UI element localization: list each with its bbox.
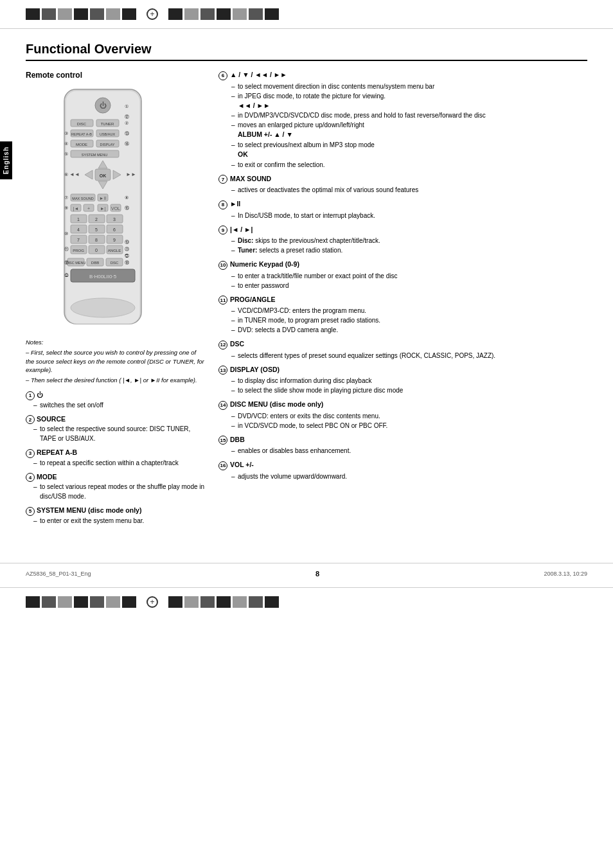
item-title-6: ▲ / ▼ / ◄◄ / ►►	[230, 71, 287, 78]
item-14-p2: in VCD/SVCD mode, to select PBC ON or PB…	[231, 421, 587, 430]
item-11-p1: VCD/CD/MP3-CD: enters the program menu.	[231, 306, 587, 315]
func-desc-1-p1: switches the set on/off	[33, 400, 206, 410]
svg-text:3: 3	[113, 217, 116, 222]
circle-num-6: 6	[218, 71, 227, 80]
top-decorative-bar	[0, 0, 613, 29]
item-6-p3: in DVD/MP3/VCD/SVCD/CD disc mode, press …	[231, 111, 587, 120]
bar-block-7	[122, 8, 136, 20]
func-title-4: MODE	[37, 473, 57, 481]
svg-text:㉒: ㉒	[64, 273, 69, 278]
item-body-9: Disc: skips to the previous/next chapter…	[231, 236, 587, 255]
crosshair-icon	[147, 8, 158, 20]
item-6-p6: to exit or confirm the selection.	[231, 160, 587, 170]
bot-bar-block-5	[90, 596, 104, 608]
remote-control-image: ⏻ ① DISC TUNER ② ⑫ REPEAT A-B	[26, 86, 206, 332]
item-6-p1: to select movement direction in disc con…	[231, 82, 587, 91]
func-number-3: 3	[26, 449, 35, 458]
circle-num-9: 9	[218, 226, 227, 235]
item-8-p1: In Disc/USB mode, to start or interrupt …	[231, 211, 587, 220]
footer-left: AZ5836_58_P01-31_Eng	[26, 571, 91, 577]
item-body-16: adjusts the volume upward/downward.	[231, 472, 587, 481]
bot-bar-block-14	[265, 596, 279, 608]
circle-num-8: 8	[218, 200, 227, 209]
svg-text:►|: ►|	[100, 206, 106, 211]
item-title-16: VOL +/-	[230, 461, 254, 468]
func-title-5: SYSTEM MENU (disc mode only)	[37, 506, 141, 514]
item-title-15: DBB	[230, 436, 245, 443]
svg-text:+: +	[87, 206, 90, 211]
content-area: Remote control ⏻ ①	[26, 71, 587, 531]
svg-text:DISC: DISC	[77, 122, 87, 126]
item-header-11: 11 PROG/ANGLE	[218, 296, 587, 305]
note-item-2: – Then select the desired function ( |◄,…	[26, 376, 206, 384]
svg-text:⑨: ⑨	[64, 206, 68, 210]
func-title-3: REPEAT A-B	[37, 448, 77, 456]
item-11-p3: DVD: selects a DVD camera angle.	[231, 325, 587, 335]
item-body-10: to enter a track/title/file number or ex…	[231, 271, 587, 290]
item-6-sub1: ◄◄ / ►►	[238, 101, 587, 111]
item-6-sub3: OK	[238, 150, 587, 160]
svg-text:7: 7	[77, 238, 80, 242]
func-item-2: 2 SOURCE to select the respective sound …	[26, 415, 206, 444]
bar-block-5	[90, 8, 104, 20]
bot-bar-block-6	[106, 596, 120, 608]
svg-text:⏻: ⏻	[100, 102, 107, 109]
bot-bar-block-7	[122, 596, 136, 608]
func-desc-2: to select the respective sound source: D…	[33, 424, 206, 443]
svg-text:DISPLAY: DISPLAY	[100, 143, 115, 146]
bot-bar-block-12	[233, 596, 247, 608]
item-title-7: MAX SOUND	[230, 175, 271, 182]
item-13-p2: to select the slide show mode in playing…	[231, 385, 587, 395]
right-item-16: 16 VOL +/- adjusts the volume upward/dow…	[218, 461, 587, 481]
notes-label: Notes:	[26, 338, 206, 346]
svg-text:►II: ►II	[100, 196, 107, 200]
item-11-p2: in TUNER mode, to program preset radio s…	[231, 315, 587, 325]
footer-right: 2008.3.13, 10:29	[544, 571, 587, 577]
item-title-9: |◄ / ►|	[230, 226, 253, 233]
item-10-p2: to enter password	[231, 281, 587, 290]
svg-text:PROG: PROG	[73, 249, 84, 252]
svg-text:⑧: ⑧	[125, 195, 129, 200]
item-title-10: Numeric Keypad (0-9)	[230, 260, 299, 268]
bot-bar-block-3	[58, 596, 72, 608]
remote-control-svg: ⏻ ① DISC TUNER ② ⑫ REPEAT A-B	[51, 86, 154, 330]
svg-text:►►: ►►	[126, 172, 136, 177]
svg-text:⑯: ⑯	[125, 206, 129, 210]
bot-bar-block-9	[184, 596, 199, 608]
right-item-10: 10 Numeric Keypad (0-9) to enter a track…	[218, 260, 587, 290]
item-body-14: DVD/VCD: enters or exits the disc conten…	[231, 411, 587, 430]
svg-text:⑲: ⑲	[125, 240, 129, 244]
bar-block-14	[265, 8, 279, 20]
right-item-15: 15 DBB enables or disables bass enhancem…	[218, 436, 587, 456]
svg-text:TUNER: TUNER	[101, 122, 114, 126]
svg-text:③: ③	[64, 131, 68, 136]
item-7-p1: actives or deactivates the optimal mix o…	[231, 185, 587, 195]
item-12-p1: selects different types of preset sound …	[231, 351, 587, 360]
svg-text:VOL: VOL	[111, 206, 120, 211]
func-desc-5-p1: to enter or exit the system menu bar.	[33, 516, 206, 526]
page-title: Functional Overview	[26, 42, 587, 61]
svg-text:|◄: |◄	[73, 206, 79, 211]
item-6-p4: moves an enlarged picture up/down/left/r…	[231, 120, 587, 130]
func-number-5: 5	[26, 507, 35, 516]
right-item-7: 7 MAX SOUND actives or deactivates the o…	[218, 175, 587, 195]
right-item-11: 11 PROG/ANGLE VCD/CD/MP3-CD: enters the …	[218, 296, 587, 335]
right-item-14: 14 DISC MENU (disc mode only) DVD/VCD: e…	[218, 400, 587, 430]
svg-text:9: 9	[113, 238, 116, 242]
item-title-13: DISPLAY (OSD)	[230, 366, 280, 373]
item-title-14: DISC MENU (disc mode only)	[230, 400, 323, 408]
bar-block-10	[200, 8, 215, 20]
item-header-13: 13 DISPLAY (OSD)	[218, 366, 587, 375]
svg-text:⑰: ⑰	[64, 260, 69, 265]
svg-text:OK: OK	[100, 173, 107, 178]
bar-block-13	[249, 8, 263, 20]
svg-text:ANGLE: ANGLE	[108, 249, 121, 252]
svg-text:②: ②	[125, 121, 129, 125]
item-14-p1: DVD/VCD: enters or exits the disc conten…	[231, 411, 587, 421]
item-body-8: In Disc/USB mode, to start or interrupt …	[231, 211, 587, 220]
svg-text:⑬: ⑬	[125, 131, 129, 136]
page-footer: AZ5836_58_P01-31_Eng 8 2008.3.13, 10:29	[0, 563, 613, 584]
bot-bar-block-4	[74, 596, 88, 608]
bot-bar-block-1	[26, 596, 40, 608]
svg-text:DISC MENU: DISC MENU	[66, 261, 86, 265]
